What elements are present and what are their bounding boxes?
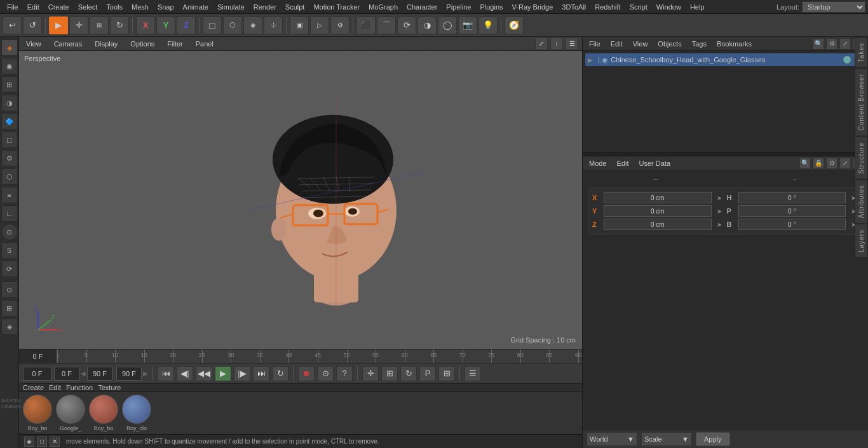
camera-button[interactable]: 📷 [458, 17, 477, 34]
move-tool-button[interactable]: ✛ [69, 17, 88, 34]
vert-tab-takes[interactable]: Takes [855, 37, 868, 68]
coord-y-pos-input[interactable] [604, 205, 712, 217]
record-button[interactable]: ⏺ [298, 366, 315, 381]
sidebar-mode-2[interactable]: ◉ [1, 58, 18, 74]
coord-p-rot-input[interactable] [738, 205, 846, 217]
cube-button[interactable]: ⬛ [356, 17, 376, 34]
layout-dropdown[interactable]: Startup [802, 1, 865, 13]
timeline-view-button[interactable]: ☰ [465, 366, 481, 381]
attr-menu-userdata[interactable]: User Data [637, 158, 674, 168]
menu-item-pipeline[interactable]: Pipeline [442, 2, 475, 12]
status-icon-close[interactable]: ✕ [50, 437, 60, 447]
move-key-button[interactable]: ✛ [362, 366, 379, 381]
point-mode-button[interactable]: ⊹ [264, 17, 283, 34]
viewport-menu-display[interactable]: Display [92, 39, 121, 49]
pos-key-button[interactable]: P [419, 366, 436, 381]
apply-button[interactable]: Apply [696, 432, 730, 446]
menu-item-3dtoall[interactable]: 3DToAll [557, 2, 590, 12]
menu-item-sculpt[interactable]: Sculpt [281, 2, 309, 12]
redo-button[interactable]: ↺ [23, 17, 42, 34]
render-settings-button[interactable]: ⚙ [330, 17, 349, 34]
viewport-menu-filter[interactable]: Filter [164, 39, 186, 49]
viewport-menu-panel[interactable]: Panel [193, 39, 217, 49]
viewport-menu-cameras[interactable]: Cameras [51, 39, 86, 49]
status-icon-1[interactable]: ◈ [24, 437, 34, 447]
menu-item-motion-tracker[interactable]: Motion Tracker [309, 2, 364, 12]
menu-item-plugins[interactable]: Plugins [475, 2, 507, 12]
rotate-key-button[interactable]: ↻ [400, 366, 417, 381]
menu-item-redshift[interactable]: Redshift [590, 2, 625, 12]
go-to-end-button[interactable]: ⏭ [253, 366, 269, 381]
light-button[interactable]: 💡 [478, 17, 498, 34]
sidebar-mode-4[interactable]: ◑ [1, 95, 18, 111]
viewport-menu-options[interactable]: Options [127, 39, 158, 49]
obj-row-head[interactable]: ▶ L◉ Chinese_Schoolboy_Head_with_Google_… [585, 53, 865, 66]
sidebar-mode-6[interactable]: ◻ [1, 132, 18, 148]
menu-item-create[interactable]: Create [44, 2, 74, 12]
vert-tab-attributes[interactable]: Attributes [855, 179, 868, 224]
x-axis-button[interactable]: X [136, 17, 155, 34]
sidebar-mode-8[interactable]: ⬡ [1, 168, 18, 185]
sidebar-mode-12[interactable]: S [1, 242, 18, 259]
attr-search-button[interactable]: 🔍 [799, 158, 811, 169]
object-mode-button[interactable]: □ [203, 17, 222, 34]
vert-tab-layers[interactable]: Layers [855, 224, 868, 258]
scale-dropdown[interactable]: Scale ▼ [641, 432, 692, 446]
loop-button[interactable]: ↻ [272, 366, 288, 381]
right-expand-button[interactable]: ⤢ [839, 38, 851, 50]
play-button[interactable]: ▶ [215, 366, 231, 381]
menu-item-script[interactable]: Script [625, 2, 652, 12]
attr-settings-button[interactable]: ⚙ [826, 158, 837, 169]
select-tool-button[interactable]: ▶ [49, 17, 68, 34]
attr-menu-edit[interactable]: Edit [614, 158, 632, 168]
sidebar-mode-14[interactable]: ⊙ [1, 282, 18, 298]
rfile-menu-objects[interactable]: Objects [655, 39, 684, 49]
material-menu-texture[interactable]: Texture [98, 384, 121, 391]
end-frame-input[interactable] [87, 367, 112, 381]
nurbs-button[interactable]: ⟳ [397, 17, 416, 34]
sidebar-mode-9[interactable]: ≡ [1, 187, 18, 203]
sidebar-mode-10[interactable]: ∟ [1, 205, 18, 222]
menu-item-select[interactable]: Select [74, 2, 102, 12]
start-frame-input[interactable] [54, 367, 79, 381]
menu-item-file[interactable]: File [3, 2, 23, 12]
preview-end-input[interactable] [116, 367, 142, 381]
play-reverse-button[interactable]: ◀◀ [196, 366, 212, 381]
polygon-mode-button[interactable]: ◈ [243, 17, 262, 34]
viewport-menu-button[interactable]: ☰ [566, 37, 578, 50]
menu-item-window[interactable]: Window [652, 2, 686, 12]
viewport-sync-button[interactable]: ↕ [550, 37, 563, 50]
material-menu-edit[interactable]: Edit [49, 384, 61, 391]
timeline[interactable]: 0 F 051015202530354045505560657075808590 [19, 349, 582, 363]
menu-item-help[interactable]: Help [686, 2, 709, 12]
attr-menu-mode[interactable]: Mode [587, 158, 609, 168]
coord-z-pos-input[interactable] [604, 219, 712, 230]
sidebar-mode-7[interactable]: ⚙ [1, 150, 18, 166]
sidebar-mode-1[interactable]: ◈ [1, 39, 18, 56]
key-all-button[interactable]: ? [336, 366, 353, 381]
status-icon-2[interactable]: □ [37, 437, 47, 447]
menu-item-tools[interactable]: Tools [102, 2, 127, 12]
current-frame-input[interactable] [23, 367, 51, 381]
coord-x-pos-input[interactable] [604, 192, 712, 203]
viewport-canvas[interactable]: Perspective [19, 51, 582, 349]
menu-item-animate[interactable]: Animate [179, 2, 213, 12]
y-axis-button[interactable]: Y [156, 17, 175, 34]
material-menu-function[interactable]: Function [66, 384, 93, 391]
timeline-ruler[interactable]: 051015202530354045505560657075808590 [57, 350, 582, 363]
sidebar-mode-3[interactable]: ⊞ [1, 76, 18, 93]
attr-expand-button[interactable]: ⤢ [839, 158, 851, 169]
vert-tab-structure[interactable]: Structure [855, 137, 868, 180]
sidebar-mode-11[interactable]: ⊙ [1, 224, 18, 240]
go-to-start-button[interactable]: ⏮ [158, 366, 174, 381]
coord-b-rot-input[interactable] [738, 219, 846, 230]
menu-item-character[interactable]: Character [402, 2, 442, 12]
right-search-button[interactable]: 🔍 [813, 38, 824, 50]
right-settings-button[interactable]: ⚙ [826, 38, 837, 50]
render-to-view-button[interactable]: ▷ [310, 17, 329, 34]
scene-button[interactable]: ◯ [438, 17, 457, 34]
spline-button[interactable]: ⌒ [377, 17, 396, 34]
viewport-expand-button[interactable]: ⤢ [535, 37, 548, 50]
z-axis-button[interactable]: Z [177, 17, 196, 34]
undo-button[interactable]: ↩ [3, 17, 22, 34]
